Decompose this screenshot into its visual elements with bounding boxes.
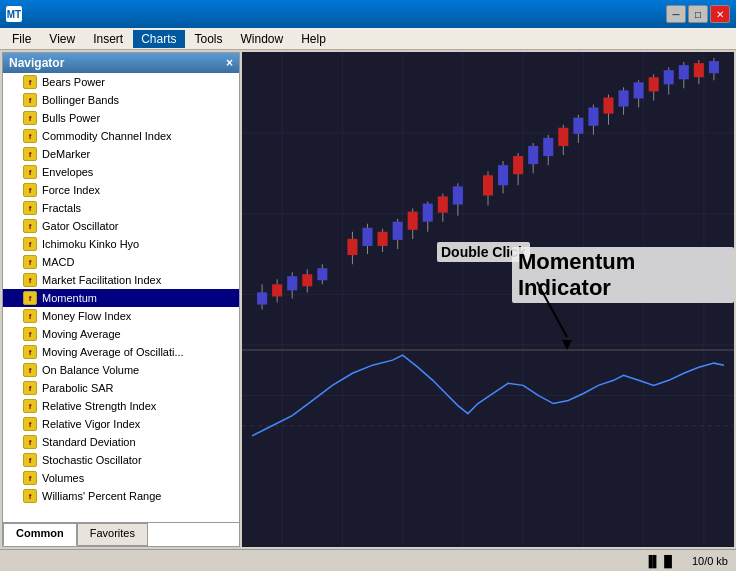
- svg-rect-38: [438, 196, 448, 212]
- nav-item-label: Stochastic Oscillator: [42, 454, 142, 466]
- svg-rect-18: [272, 284, 282, 296]
- nav-item-icon: f: [23, 435, 37, 449]
- nav-item-gator-oscillator[interactable]: fGator Oscillator: [3, 217, 239, 235]
- nav-item-commodity-channel-index[interactable]: fCommodity Channel Index: [3, 127, 239, 145]
- nav-item-relative-vigor-index[interactable]: fRelative Vigor Index: [3, 415, 239, 433]
- navigator-header: Navigator ×: [3, 53, 239, 73]
- close-button[interactable]: ✕: [710, 5, 730, 23]
- svg-line-74: [537, 282, 567, 337]
- nav-item-icon: f: [23, 219, 37, 233]
- svg-rect-64: [649, 77, 659, 91]
- tab-favorites[interactable]: Favorites: [77, 523, 148, 546]
- nav-item-label: Commodity Channel Index: [42, 130, 172, 142]
- status-size: 10/0 kb: [692, 555, 728, 567]
- nav-item-icon: f: [23, 273, 37, 287]
- nav-item-standard-deviation[interactable]: fStandard Deviation: [3, 433, 239, 451]
- svg-rect-56: [588, 108, 598, 126]
- minimize-button[interactable]: ─: [666, 5, 686, 23]
- nav-item-demarker[interactable]: fDeMarker: [3, 145, 239, 163]
- svg-rect-50: [543, 138, 553, 156]
- menu-tools[interactable]: Tools: [187, 30, 231, 48]
- nav-item-label: Money Flow Index: [42, 310, 131, 322]
- nav-item-label: Bollinger Bands: [42, 94, 119, 106]
- navigator-list[interactable]: fBears PowerfBollinger BandsfBulls Power…: [3, 73, 239, 522]
- nav-item-icon: f: [23, 93, 37, 107]
- tab-common[interactable]: Common: [3, 523, 77, 546]
- nav-item-fractals[interactable]: fFractals: [3, 199, 239, 217]
- svg-rect-58: [603, 97, 613, 113]
- svg-rect-40: [453, 186, 463, 204]
- nav-item-icon: f: [23, 165, 37, 179]
- nav-item-label: Parabolic SAR: [42, 382, 114, 394]
- menu-charts[interactable]: Charts: [133, 30, 184, 48]
- nav-item-stochastic-oscillator[interactable]: fStochastic Oscillator: [3, 451, 239, 469]
- menu-bar: File View Insert Charts Tools Window Hel…: [0, 28, 736, 50]
- nav-item-label: Moving Average of Oscillati...: [42, 346, 184, 358]
- nav-item-envelopes[interactable]: fEnvelopes: [3, 163, 239, 181]
- navigator-tabs: Common Favorites: [3, 522, 239, 546]
- nav-item-label: Momentum: [42, 292, 97, 304]
- nav-item-label: MACD: [42, 256, 74, 268]
- nav-item-bears-power[interactable]: fBears Power: [3, 73, 239, 91]
- svg-rect-60: [619, 90, 629, 106]
- svg-rect-62: [634, 82, 644, 98]
- nav-item-icon: f: [23, 417, 37, 431]
- nav-item-bulls-power[interactable]: fBulls Power: [3, 109, 239, 127]
- nav-item-label: DeMarker: [42, 148, 90, 160]
- nav-item-icon: f: [23, 381, 37, 395]
- nav-item-label: Ichimoku Kinko Hyo: [42, 238, 139, 250]
- title-bar-left: MT: [6, 6, 28, 22]
- svg-rect-70: [694, 63, 704, 77]
- nav-item-icon: f: [23, 255, 37, 269]
- nav-item-icon: f: [23, 237, 37, 251]
- nav-item-parabolic-sar[interactable]: fParabolic SAR: [3, 379, 239, 397]
- nav-item-icon: f: [23, 453, 37, 467]
- nav-item-ichimoku-kinko-hyo[interactable]: fIchimoku Kinko Hyo: [3, 235, 239, 253]
- nav-item-moving-average-of-oscillati...[interactable]: fMoving Average of Oscillati...: [3, 343, 239, 361]
- svg-rect-20: [287, 276, 297, 290]
- nav-item-icon: f: [23, 489, 37, 503]
- nav-item-icon: f: [23, 399, 37, 413]
- nav-item-macd[interactable]: fMACD: [3, 253, 239, 271]
- nav-item-label: Envelopes: [42, 166, 93, 178]
- title-bar-controls: ─ □ ✕: [666, 5, 730, 23]
- svg-rect-46: [513, 156, 523, 174]
- nav-item-momentum[interactable]: fMomentum: [3, 289, 239, 307]
- nav-item-icon: f: [23, 345, 37, 359]
- nav-item-bollinger-bands[interactable]: fBollinger Bands: [3, 91, 239, 109]
- nav-item-market-facilitation-index[interactable]: fMarket Facilitation Index: [3, 271, 239, 289]
- menu-insert[interactable]: Insert: [85, 30, 131, 48]
- svg-marker-75: [562, 340, 572, 350]
- svg-rect-26: [347, 239, 357, 255]
- nav-item-williams'-percent-range[interactable]: fWilliams' Percent Range: [3, 487, 239, 505]
- nav-item-force-index[interactable]: fForce Index: [3, 181, 239, 199]
- app-icon: MT: [6, 6, 22, 22]
- menu-window[interactable]: Window: [233, 30, 292, 48]
- nav-item-icon: f: [23, 327, 37, 341]
- nav-item-label: Volumes: [42, 472, 84, 484]
- nav-item-volumes[interactable]: fVolumes: [3, 469, 239, 487]
- maximize-button[interactable]: □: [688, 5, 708, 23]
- nav-item-moving-average[interactable]: fMoving Average: [3, 325, 239, 343]
- nav-item-label: Bears Power: [42, 76, 105, 88]
- nav-item-label: Standard Deviation: [42, 436, 136, 448]
- nav-item-money-flow-index[interactable]: fMoney Flow Index: [3, 307, 239, 325]
- nav-item-label: Bulls Power: [42, 112, 100, 124]
- svg-rect-42: [483, 175, 493, 195]
- navigator-panel: Navigator × fBears PowerfBollinger Bands…: [2, 52, 240, 547]
- nav-item-relative-strength-index[interactable]: fRelative Strength Index: [3, 397, 239, 415]
- nav-item-label: Williams' Percent Range: [42, 490, 161, 502]
- menu-view[interactable]: View: [41, 30, 83, 48]
- svg-rect-54: [573, 118, 583, 134]
- nav-item-icon: f: [23, 111, 37, 125]
- menu-file[interactable]: File: [4, 30, 39, 48]
- nav-item-icon: f: [23, 75, 37, 89]
- menu-help[interactable]: Help: [293, 30, 334, 48]
- chart-area[interactable]: Double Click Momentum Indicator: [242, 52, 734, 547]
- navigator-close-button[interactable]: ×: [226, 56, 233, 70]
- svg-rect-72: [709, 61, 719, 73]
- nav-item-icon: f: [23, 471, 37, 485]
- nav-item-icon: f: [23, 183, 37, 197]
- nav-item-on-balance-volume[interactable]: fOn Balance Volume: [3, 361, 239, 379]
- main-content: Navigator × fBears PowerfBollinger Bands…: [0, 50, 736, 549]
